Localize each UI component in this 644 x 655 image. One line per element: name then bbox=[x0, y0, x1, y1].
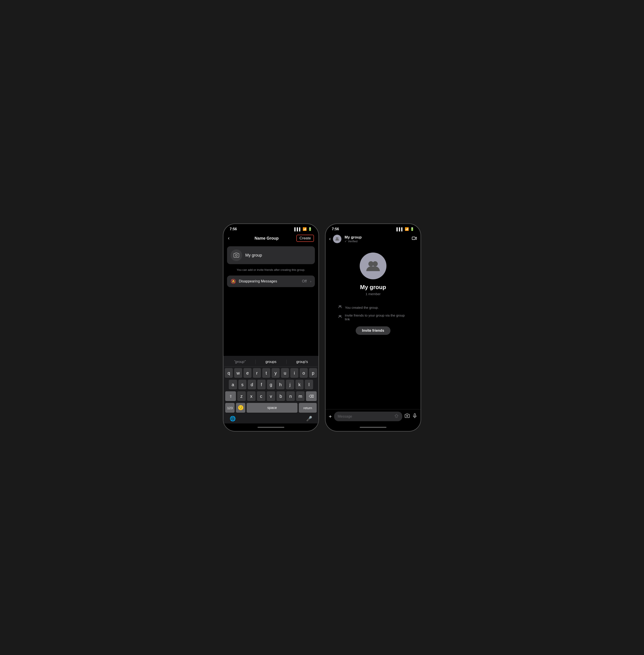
invite-hint: You can add or invite friends after crea… bbox=[224, 266, 318, 274]
key-c[interactable]: c bbox=[257, 391, 266, 401]
key-row-bottom: 123 🙂 space return bbox=[225, 403, 317, 413]
status-time-2: 7:56 bbox=[332, 227, 339, 231]
invite-icon bbox=[337, 315, 343, 320]
microphone-icon[interactable]: 🎤 bbox=[306, 416, 312, 422]
invite-info-row: Invite friends to your group via the gro… bbox=[337, 313, 409, 321]
back-button-1[interactable]: ‹ bbox=[228, 235, 237, 241]
message-placeholder: Message bbox=[338, 414, 352, 419]
key-o[interactable]: o bbox=[300, 368, 308, 378]
autocomplete-word-1[interactable]: "group" bbox=[224, 359, 255, 364]
invite-link-text: Invite friends to your group via the gro… bbox=[345, 313, 409, 321]
key-f[interactable]: f bbox=[257, 380, 266, 389]
notch-2 bbox=[360, 224, 387, 231]
signal-icon-2: ▌▌▌ bbox=[396, 227, 404, 231]
key-u[interactable]: u bbox=[281, 368, 289, 378]
svg-point-5 bbox=[339, 306, 340, 307]
svg-point-0 bbox=[336, 238, 337, 239]
key-j[interactable]: j bbox=[286, 380, 294, 389]
signal-icon: ▌▌▌ bbox=[294, 227, 301, 231]
key-m[interactable]: m bbox=[296, 391, 305, 401]
video-call-icon[interactable] bbox=[412, 235, 417, 242]
key-row-1: q w e r t y u i o p bbox=[225, 368, 317, 378]
disappearing-label: Disappearing Messages bbox=[239, 279, 299, 283]
nav-title-1: Name Group bbox=[237, 236, 296, 241]
key-b[interactable]: b bbox=[277, 391, 285, 401]
key-k[interactable]: k bbox=[296, 380, 304, 389]
autocomplete-word-2[interactable]: groups bbox=[256, 359, 286, 364]
key-z[interactable]: z bbox=[237, 391, 246, 401]
key-t[interactable]: t bbox=[262, 368, 270, 378]
key-x[interactable]: x bbox=[247, 391, 256, 401]
svg-rect-10 bbox=[414, 414, 415, 416]
disappearing-icon: 🔕 bbox=[231, 279, 236, 284]
key-y[interactable]: y bbox=[272, 368, 280, 378]
key-e[interactable]: e bbox=[244, 368, 252, 378]
camera-icon-wrap[interactable] bbox=[231, 249, 242, 261]
camera-message-icon[interactable] bbox=[405, 413, 410, 420]
wifi-icon: 📶 bbox=[303, 227, 307, 231]
svg-point-1 bbox=[337, 238, 339, 239]
key-emoji[interactable]: 🙂 bbox=[236, 403, 245, 413]
group-name-input[interactable]: My group bbox=[245, 253, 262, 258]
key-w[interactable]: w bbox=[234, 368, 242, 378]
created-text: You created the group. bbox=[345, 306, 378, 310]
phone2-avatar-small bbox=[333, 235, 341, 243]
key-h[interactable]: h bbox=[276, 380, 284, 389]
svg-point-4 bbox=[373, 261, 378, 266]
camera-icon bbox=[233, 252, 239, 258]
key-n[interactable]: n bbox=[286, 391, 295, 401]
globe-icon[interactable]: 🌐 bbox=[230, 416, 236, 422]
add-attachment-icon[interactable]: + bbox=[329, 413, 332, 420]
phone2-group-name-nav: My group bbox=[345, 235, 409, 240]
phone-1: 7:56 ▌▌▌ 📶 🔋 ‹ Name Group Create bbox=[223, 224, 319, 431]
message-input[interactable]: Message bbox=[334, 412, 402, 421]
created-info-row: You created the group. bbox=[337, 305, 409, 310]
key-shift[interactable]: ⇧ bbox=[225, 391, 236, 401]
status-time-1: 7:56 bbox=[230, 227, 237, 231]
phone2-content: My group 1 member You created the group. bbox=[326, 246, 420, 409]
key-123[interactable]: 123 bbox=[225, 403, 235, 413]
home-indicator-2 bbox=[326, 424, 420, 431]
group-avatar-icon bbox=[365, 258, 381, 274]
mic-message-icon[interactable] bbox=[412, 413, 417, 420]
group-name-section[interactable]: My group bbox=[227, 246, 315, 264]
key-s[interactable]: s bbox=[238, 380, 247, 389]
phone2-member-count: 1 member bbox=[366, 292, 381, 296]
invite-friends-button[interactable]: Invite friends bbox=[356, 326, 390, 335]
notch-1 bbox=[257, 224, 284, 231]
key-space[interactable]: space bbox=[247, 403, 297, 413]
create-button[interactable]: Create bbox=[296, 235, 314, 242]
home-bar-2 bbox=[360, 427, 387, 428]
svg-point-6 bbox=[340, 306, 341, 307]
wifi-icon-2: 📶 bbox=[405, 227, 409, 231]
phone2-verified: ✓ Verified bbox=[345, 240, 409, 243]
autocomplete-word-3[interactable]: group's bbox=[286, 359, 318, 364]
phone2-back-button[interactable]: ‹ bbox=[329, 236, 331, 242]
key-i[interactable]: i bbox=[290, 368, 298, 378]
disappearing-value: Off bbox=[302, 279, 307, 283]
key-a[interactable]: a bbox=[229, 380, 237, 389]
phones-container: 7:56 ▌▌▌ 📶 🔋 ‹ Name Group Create bbox=[218, 219, 426, 436]
autocomplete-row: "group" groups group's bbox=[224, 358, 318, 367]
battery-icon-2: 🔋 bbox=[410, 227, 414, 231]
key-r[interactable]: r bbox=[253, 368, 261, 378]
svg-point-7 bbox=[339, 315, 340, 316]
svg-point-9 bbox=[407, 415, 408, 416]
message-bar: + Message bbox=[326, 409, 420, 424]
svg-point-8 bbox=[340, 315, 341, 316]
key-return[interactable]: return bbox=[299, 403, 317, 413]
key-backspace[interactable]: ⌫ bbox=[306, 391, 317, 401]
key-d[interactable]: d bbox=[248, 380, 256, 389]
key-g[interactable]: g bbox=[267, 380, 275, 389]
disappearing-section[interactable]: 🔕 Disappearing Messages Off › bbox=[227, 275, 315, 287]
key-v[interactable]: v bbox=[267, 391, 275, 401]
battery-icon: 🔋 bbox=[308, 227, 312, 231]
key-row-2: a s d f g h j k l bbox=[225, 380, 317, 389]
key-q[interactable]: q bbox=[225, 368, 233, 378]
phone-2: 7:56 ▌▌▌ 📶 🔋 ‹ My grou bbox=[325, 224, 421, 431]
keyboard-container: "group" groups group's q w e r t y bbox=[224, 356, 318, 424]
key-l[interactable]: l bbox=[305, 380, 313, 389]
chevron-right-icon: › bbox=[310, 279, 311, 283]
group-avatar-large bbox=[360, 252, 387, 279]
key-p[interactable]: p bbox=[309, 368, 317, 378]
